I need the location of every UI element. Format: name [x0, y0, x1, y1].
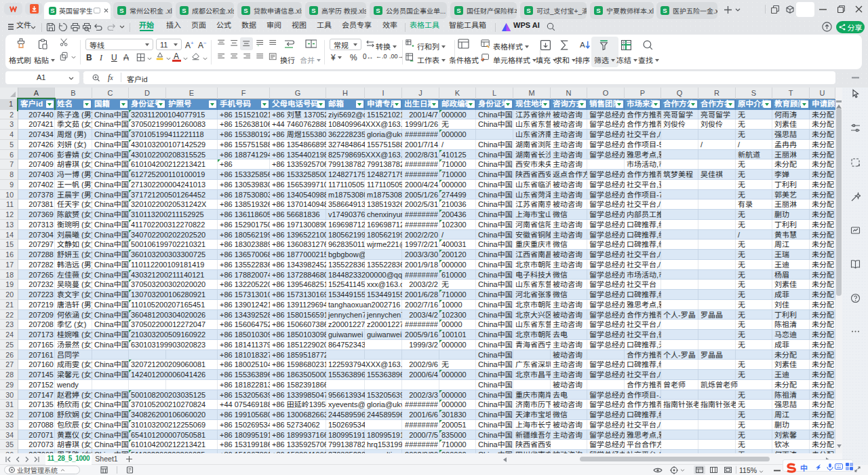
svg-text:A: A — [580, 40, 585, 49]
